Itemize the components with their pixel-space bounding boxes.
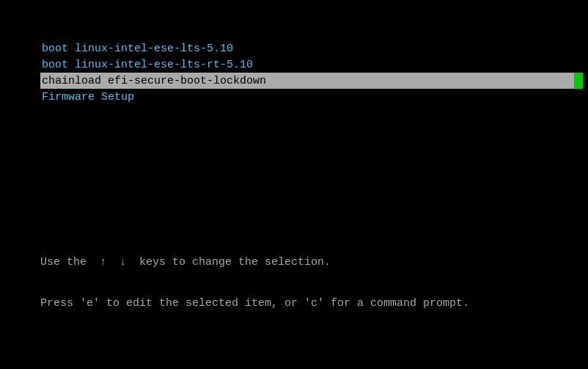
status-press: Press 'e' to edit the selected item, or …	[40, 297, 469, 310]
menu-item-2-label: boot linux-intel-ese-lts-rt-5.10	[42, 59, 253, 71]
menu-item-1[interactable]: boot linux-intel-ese-lts-5.10	[40, 40, 588, 56]
menu-item-4[interactable]: Firmware Setup	[40, 89, 588, 105]
terminal-screen: boot linux-intel-ese-lts-5.10 boot linux…	[0, 0, 588, 369]
arrow-up-icon: ↑	[100, 256, 106, 268]
menu-item-3[interactable]: chainload efi-secure-boot-lockdown	[40, 73, 583, 89]
status-area: Use the ↑ ↓ keys to change the selection…	[40, 229, 469, 336]
menu-item-3-label: chainload efi-secure-boot-lockdown	[42, 75, 266, 87]
status-line-2: Press 'e' to edit the selected item, or …	[40, 295, 469, 311]
status-keys: keys to change the selection.	[126, 256, 331, 268]
selected-indicator	[574, 73, 583, 89]
menu-item-2[interactable]: boot linux-intel-ese-lts-rt-5.10	[40, 56, 588, 73]
menu-item-1-label: boot linux-intel-ese-lts-5.10	[42, 43, 233, 55]
arrow-down-icon: ↓	[120, 256, 126, 268]
status-use-the: Use the	[40, 256, 100, 268]
status-line-1: Use the ↑ ↓ keys to change the selection…	[40, 254, 469, 270]
status-and	[106, 256, 120, 268]
boot-menu[interactable]: boot linux-intel-ese-lts-5.10 boot linux…	[0, 0, 588, 105]
menu-item-4-label: Firmware Setup	[42, 91, 134, 103]
